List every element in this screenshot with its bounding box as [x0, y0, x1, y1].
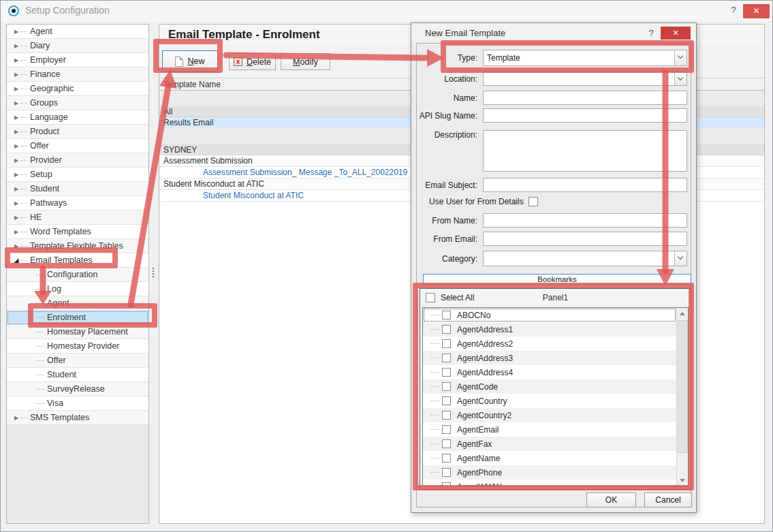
- dialog-help-button[interactable]: ?: [646, 28, 657, 38]
- abocno-checkbox[interactable]: [442, 311, 451, 319]
- sidebar-item-word-templates[interactable]: ▶Word Templates: [7, 225, 148, 239]
- sidebar-item-diary[interactable]: ▶Diary: [7, 39, 148, 53]
- delete-button[interactable]: xDelete: [229, 53, 276, 70]
- agentaddress4-checkbox[interactable]: [442, 368, 451, 377]
- from-email-input[interactable]: [483, 232, 687, 246]
- sidebar-item-pathways[interactable]: ▶Pathways: [7, 196, 148, 210]
- sidebar-item-sms-templates[interactable]: ▶SMS Templates: [7, 411, 148, 425]
- scroll-up-icon[interactable]: [677, 308, 689, 319]
- dialog-close-button[interactable]: ✕: [661, 27, 691, 40]
- bookmark-item-abocno[interactable]: ABOCNo: [423, 308, 676, 322]
- chevron-collapsed-icon[interactable]: ▶: [12, 57, 20, 63]
- sidebar-item-offer[interactable]: ▶Offer: [7, 139, 148, 153]
- scrollbar[interactable]: [676, 308, 688, 486]
- chevron-collapsed-icon[interactable]: ▶: [12, 172, 20, 178]
- bookmark-item-agentcountry[interactable]: AgentCountry: [423, 394, 676, 408]
- sidebar-item-log[interactable]: Log: [7, 282, 148, 296]
- chevron-collapsed-icon[interactable]: ▶: [12, 29, 20, 35]
- use-user-for-from-details-checkbox[interactable]: [529, 197, 538, 206]
- agentphone-checkbox[interactable]: [442, 468, 451, 477]
- email-subject-input[interactable]: [483, 178, 687, 192]
- agentemail-checkbox[interactable]: [442, 425, 451, 434]
- sidebar-item-setup[interactable]: ▶Setup: [7, 168, 148, 182]
- chevron-collapsed-icon[interactable]: ▶: [12, 43, 20, 49]
- sidebar-item-enrolment[interactable]: Enrolment: [7, 311, 148, 325]
- chevron-down-icon[interactable]: [674, 72, 687, 85]
- bookmark-item-agentaddress1[interactable]: AgentAddress1: [423, 322, 676, 337]
- category-combo[interactable]: [483, 251, 687, 266]
- bookmark-item-agentcode[interactable]: AgentCode: [423, 379, 676, 394]
- sidebar-item-he[interactable]: ▶HE: [7, 210, 148, 225]
- sidebar-item-visa[interactable]: Visa: [7, 396, 148, 411]
- sidebar-item-template-flexible-tables[interactable]: ▶Template Flexible Tables: [7, 239, 148, 253]
- sidebar-item-configuration[interactable]: Configuration: [7, 268, 148, 282]
- scroll-down-icon[interactable]: [677, 475, 689, 486]
- name-input[interactable]: [483, 91, 687, 105]
- sidebar-item-geographic[interactable]: ▶Geographic: [7, 82, 148, 96]
- scrollbar-thumb[interactable]: [678, 320, 688, 453]
- bookmark-item-agentfax[interactable]: AgentFax: [423, 437, 676, 451]
- sidebar-item-language[interactable]: ▶Language: [7, 110, 148, 125]
- modify-button[interactable]: Modify: [281, 53, 330, 70]
- chevron-down-icon[interactable]: [674, 50, 687, 65]
- sidebar-item-student[interactable]: ▶Student: [7, 182, 148, 196]
- sidebar-item-email-templates[interactable]: ◢Email Templates: [7, 253, 148, 268]
- bookmark-item-agentwww[interactable]: AgentWWW: [423, 480, 676, 486]
- type-combo[interactable]: Template: [483, 50, 687, 66]
- bookmarks-button[interactable]: Bookmarks: [423, 274, 691, 285]
- location-combo[interactable]: [483, 72, 687, 86]
- sidebar-item-surveyrelease[interactable]: SurveyRelease: [7, 382, 148, 396]
- agentfax-checkbox[interactable]: [442, 439, 451, 448]
- bookmark-item-agentemail[interactable]: AgentEmail: [423, 422, 676, 437]
- sidebar-item-student[interactable]: Student: [7, 368, 148, 382]
- agentaddress3-checkbox[interactable]: [442, 354, 451, 362]
- chevron-collapsed-icon[interactable]: ▶: [12, 415, 20, 421]
- chevron-collapsed-icon[interactable]: ▶: [12, 243, 20, 249]
- chevron-expanded-icon[interactable]: ◢: [12, 257, 20, 264]
- description-textarea[interactable]: [483, 130, 687, 172]
- chevron-collapsed-icon[interactable]: ▶: [12, 215, 20, 221]
- sidebar-item-employer[interactable]: ▶Employer: [7, 53, 148, 67]
- bookmark-item-agentaddress3[interactable]: AgentAddress3: [423, 351, 676, 365]
- agentwww-checkbox[interactable]: [442, 482, 451, 486]
- chevron-collapsed-icon[interactable]: ▶: [12, 157, 20, 163]
- agentcode-checkbox[interactable]: [442, 382, 451, 391]
- agentname-checkbox[interactable]: [442, 454, 451, 463]
- chevron-collapsed-icon[interactable]: ▶: [12, 129, 20, 135]
- chevron-collapsed-icon[interactable]: ▶: [12, 100, 20, 106]
- sidebar-item-agent[interactable]: ▶Agent: [7, 25, 148, 39]
- chevron-down-icon[interactable]: [674, 251, 687, 266]
- sidebar-item-finance[interactable]: ▶Finance: [7, 67, 148, 82]
- from-name-input[interactable]: [483, 213, 687, 228]
- agentaddress1-checkbox[interactable]: [442, 325, 451, 334]
- agentcountry-checkbox[interactable]: [442, 396, 451, 405]
- bookmark-item-agentaddress4[interactable]: AgentAddress4: [423, 365, 676, 379]
- sidebar-item-groups[interactable]: ▶Groups: [7, 96, 148, 110]
- bookmark-item-agentcountry2[interactable]: AgentCountry2: [423, 408, 676, 422]
- chevron-collapsed-icon[interactable]: ▶: [12, 143, 20, 149]
- bookmark-item-agentaddress2[interactable]: AgentAddress2: [423, 337, 676, 351]
- agentcountry2-checkbox[interactable]: [442, 411, 451, 420]
- agentaddress2-checkbox[interactable]: [442, 339, 451, 348]
- chevron-collapsed-icon[interactable]: ▶: [12, 229, 20, 235]
- sidebar-item-product[interactable]: ▶Product: [7, 125, 148, 139]
- sidebar-item-provider[interactable]: ▶Provider: [7, 153, 148, 168]
- new-button[interactable]: New: [162, 50, 218, 72]
- cancel-button[interactable]: Cancel: [644, 492, 692, 507]
- sidebar-item-agent[interactable]: Agent: [7, 296, 148, 311]
- help-button[interactable]: ?: [727, 5, 740, 17]
- close-button[interactable]: ✕: [743, 4, 770, 18]
- ok-button[interactable]: OK: [586, 492, 636, 507]
- chevron-collapsed-icon[interactable]: ▶: [12, 114, 20, 121]
- chevron-collapsed-icon[interactable]: ▶: [12, 86, 20, 92]
- bookmark-item-agentname[interactable]: AgentName: [423, 451, 676, 465]
- sidebar-item-offer[interactable]: Offer: [7, 354, 148, 368]
- api-slug-name-input[interactable]: [483, 108, 687, 123]
- splitter-handle[interactable]: [151, 268, 156, 283]
- chevron-collapsed-icon[interactable]: ▶: [12, 200, 20, 206]
- bookmark-item-agentphone[interactable]: AgentPhone: [423, 465, 676, 480]
- chevron-collapsed-icon[interactable]: ▶: [12, 72, 20, 78]
- chevron-collapsed-icon[interactable]: ▶: [12, 186, 20, 192]
- sidebar-item-homestay-provider[interactable]: Homestay Provider: [7, 339, 148, 354]
- sidebar-item-homestay-placement[interactable]: Homestay Placement: [7, 325, 148, 339]
